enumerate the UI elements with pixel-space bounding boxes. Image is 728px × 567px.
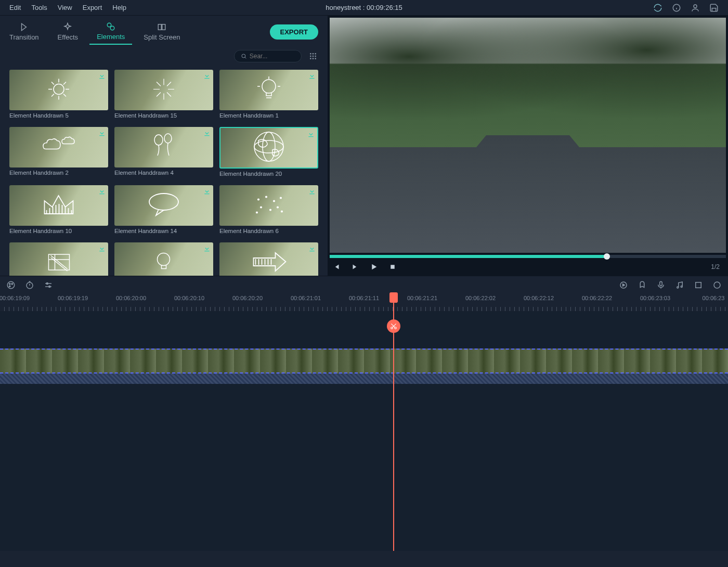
tab-splitscreen[interactable]: Split Screen xyxy=(136,19,187,44)
element-card[interactable]: Element Handdrawn 20 xyxy=(219,127,318,177)
svg-line-27 xyxy=(51,94,54,97)
menu-edit[interactable]: Edit xyxy=(4,2,26,14)
marker-icon[interactable] xyxy=(638,280,647,290)
menubar: EditToolsViewExportHelp honeystreet : 00… xyxy=(0,0,728,16)
tab-label: Transition xyxy=(9,33,39,41)
menu-help[interactable]: Help xyxy=(107,2,132,14)
timer-icon[interactable] xyxy=(25,280,34,290)
element-thumbnail xyxy=(219,185,318,226)
element-label: Element Handdrawn 6 xyxy=(219,228,318,234)
download-icon[interactable] xyxy=(203,244,211,253)
user-icon[interactable] xyxy=(691,3,700,12)
download-icon[interactable] xyxy=(98,129,106,137)
element-card[interactable] xyxy=(114,242,213,276)
element-card[interactable]: Element Handdrawn 2 xyxy=(9,127,108,177)
grid-view-icon[interactable] xyxy=(308,51,318,61)
element-thumbnail xyxy=(9,185,108,226)
element-card[interactable]: Element Handdrawn 15 xyxy=(114,70,213,119)
stop-icon[interactable] xyxy=(388,262,397,272)
download-icon[interactable] xyxy=(203,72,211,80)
svg-point-88 xyxy=(49,286,50,287)
preview-panel: 1/2 xyxy=(328,16,728,276)
svg-point-44 xyxy=(254,140,283,153)
timeline[interactable]: 00:06:19:0900:06:19:1900:06:20:0000:06:2… xyxy=(0,293,728,551)
ruler-tick: 00:06:20:00 xyxy=(116,295,146,301)
speech-icon xyxy=(146,190,182,221)
audio-track[interactable] xyxy=(0,373,728,384)
svg-line-68 xyxy=(51,255,68,269)
element-thumbnail xyxy=(114,242,213,276)
download-icon[interactable] xyxy=(203,129,211,137)
svg-point-60 xyxy=(261,207,262,208)
balloons-icon xyxy=(148,132,179,162)
svg-point-80 xyxy=(11,283,12,284)
element-card[interactable]: Element Handdrawn 10 xyxy=(9,185,108,234)
playback-controls: 1/2 xyxy=(328,258,728,276)
play-icon[interactable] xyxy=(369,262,379,272)
microphone-icon[interactable] xyxy=(656,280,666,290)
download-icon[interactable] xyxy=(308,72,316,80)
download-icon[interactable] xyxy=(307,130,315,138)
download-icon[interactable] xyxy=(308,187,316,196)
export-button[interactable]: EXPORT xyxy=(270,24,318,40)
step-back-icon[interactable] xyxy=(332,262,341,272)
element-label: Element Handdrawn 14 xyxy=(114,228,213,234)
asset-tabs: Transition Effects Elements Split Screen… xyxy=(0,16,328,45)
step-forward-icon[interactable] xyxy=(350,262,360,272)
ruler-tick: 00:06:20:20 xyxy=(232,295,263,301)
music-icon[interactable] xyxy=(675,280,684,290)
color-icon[interactable] xyxy=(6,280,16,290)
crop-icon[interactable] xyxy=(694,280,703,290)
video-preview[interactable] xyxy=(328,16,728,255)
svg-point-63 xyxy=(256,212,258,213)
render-icon[interactable] xyxy=(619,280,628,290)
expand-icon[interactable] xyxy=(712,280,722,290)
project-title: honeystreet : 00:09:26:15 xyxy=(326,4,402,11)
search-icon xyxy=(241,53,247,60)
element-card[interactable] xyxy=(219,242,318,276)
download-icon[interactable] xyxy=(98,244,106,253)
save-icon[interactable] xyxy=(709,3,719,12)
settings-slider-icon[interactable] xyxy=(44,280,53,290)
tab-transition[interactable]: Transition xyxy=(2,19,46,44)
element-card[interactable]: Element Handdrawn 1 xyxy=(219,70,318,119)
svg-point-57 xyxy=(266,196,267,198)
svg-point-95 xyxy=(714,282,720,288)
preview-progress[interactable] xyxy=(330,255,726,258)
menu-export[interactable]: Export xyxy=(77,2,108,14)
search-input[interactable] xyxy=(250,53,295,60)
element-card[interactable]: Element Handdrawn 14 xyxy=(114,185,213,234)
search-input-wrapper[interactable] xyxy=(234,50,302,62)
element-thumbnail xyxy=(114,127,213,167)
cut-button[interactable] xyxy=(387,319,400,333)
tab-elements[interactable]: Elements xyxy=(89,19,132,45)
element-card[interactable]: Element Handdrawn 4 xyxy=(114,127,213,177)
playhead[interactable] xyxy=(393,293,394,551)
element-label: Element Handdrawn 2 xyxy=(9,170,108,176)
download-icon[interactable] xyxy=(308,244,316,253)
cloud-sync-icon[interactable] xyxy=(653,3,662,12)
svg-point-43 xyxy=(254,132,283,161)
download-icon[interactable] xyxy=(98,187,106,196)
svg-line-9 xyxy=(245,57,246,58)
download-icon[interactable] xyxy=(98,72,106,80)
element-card[interactable] xyxy=(9,242,108,276)
element-label: Element Handdrawn 10 xyxy=(9,228,108,234)
tab-effects[interactable]: Effects xyxy=(50,19,86,44)
element-card[interactable]: Element Handdrawn 6 xyxy=(219,185,318,234)
menu-view[interactable]: View xyxy=(53,2,77,14)
video-track[interactable] xyxy=(0,349,728,373)
download-icon[interactable] xyxy=(203,187,211,196)
menu-tools[interactable]: Tools xyxy=(26,2,52,14)
main-panels: Transition Effects Elements Split Screen… xyxy=(0,16,728,276)
timeline-ruler[interactable]: 00:06:19:0900:06:19:1900:06:20:0000:06:2… xyxy=(0,293,728,311)
timeline-toolbar xyxy=(0,276,728,293)
svg-point-12 xyxy=(315,53,316,55)
element-card[interactable]: Element Handdrawn 5 xyxy=(9,70,108,119)
playhead-handle[interactable] xyxy=(389,292,398,303)
crown-icon xyxy=(40,190,79,221)
svg-rect-7 xyxy=(162,24,165,30)
info-icon[interactable] xyxy=(672,3,681,12)
svg-point-58 xyxy=(274,200,275,202)
ruler-tick: 00:06:22:02 xyxy=(465,295,496,301)
